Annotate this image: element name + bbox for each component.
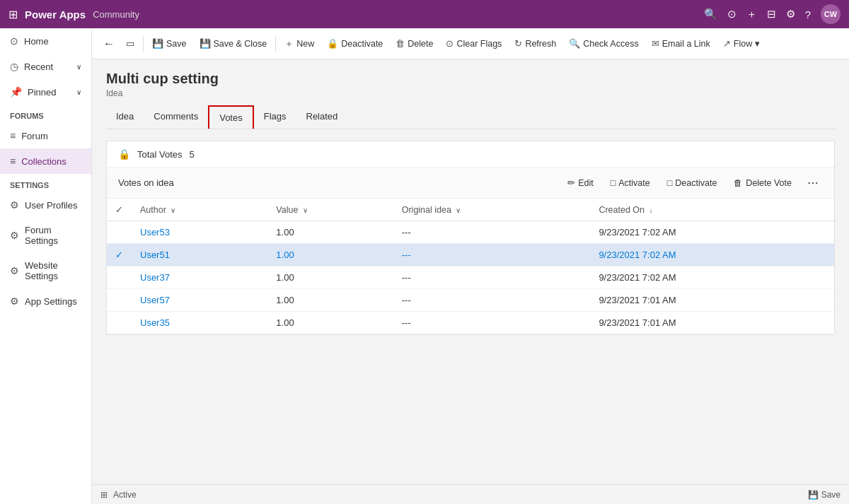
table-row[interactable]: User571.00---9/23/2021 7:01 AM <box>107 289 834 312</box>
row-created-on: 9/23/2021 7:01 AM <box>590 312 834 334</box>
app-settings-icon: ⚙ <box>10 295 19 307</box>
new-label: New <box>296 39 314 49</box>
page-view-button[interactable]: ▭ <box>120 35 140 52</box>
sidebar-item-recent[interactable]: ◷ Recent ∨ <box>0 54 91 79</box>
clear-flags-label: Clear Flags <box>456 39 502 49</box>
tab-votes[interactable]: Votes <box>208 105 254 129</box>
new-icon: ＋ <box>284 37 294 50</box>
row-author[interactable]: User35 <box>132 312 267 334</box>
sidebar-item-home[interactable]: ⊙ Home <box>0 28 91 54</box>
edit-vote-button[interactable]: ✏ Edit <box>562 175 599 191</box>
col-author-label: Author <box>140 205 166 215</box>
total-votes-label: Total Votes <box>137 149 183 160</box>
pin-icon: 📌 <box>10 86 22 98</box>
sidebar-item-collections[interactable]: ≡ Collections <box>0 148 91 174</box>
refresh-button[interactable]: ↻ Refresh <box>509 35 562 52</box>
sidebar-item-user-profiles[interactable]: ⚙ User Profiles <box>0 192 91 218</box>
add-icon[interactable]: ＋ <box>746 8 757 21</box>
new-button[interactable]: ＋ New <box>279 34 320 54</box>
record-type: Idea <box>106 88 835 98</box>
sidebar-app-settings-label: App Settings <box>25 296 77 307</box>
table-row[interactable]: ✓User511.00---9/23/2021 7:02 AM <box>107 244 834 266</box>
table-row[interactable]: User351.00---9/23/2021 7:01 AM <box>107 312 834 334</box>
delete-vote-label: Delete Vote <box>746 178 792 188</box>
sidebar-item-website-settings[interactable]: ⚙ Website Settings <box>0 253 91 288</box>
save-label: Save <box>166 39 187 49</box>
col-original-idea-label: Original idea <box>402 205 451 215</box>
activate-vote-icon: □ <box>611 178 616 188</box>
sidebar-website-settings-label: Website Settings <box>25 260 81 281</box>
collections-icon: ≡ <box>10 156 16 167</box>
sidebar-item-forum-settings[interactable]: ⚙ Forum Settings <box>0 218 91 253</box>
deactivate-vote-label: Deactivate <box>675 178 717 188</box>
votes-on-idea-bar: Votes on idea ✏ Edit □ Activate □ Deacti <box>107 168 834 199</box>
forums-section-header: Forums <box>0 105 91 123</box>
row-author[interactable]: User37 <box>132 266 267 289</box>
email-link-button[interactable]: ✉ Email a Link <box>646 35 716 52</box>
row-author[interactable]: User57 <box>132 289 267 312</box>
avatar[interactable]: CW <box>821 4 841 24</box>
delete-vote-button[interactable]: 🗑 Delete Vote <box>728 175 797 191</box>
row-author[interactable]: User51 <box>132 244 267 266</box>
recent-expand-icon: ∨ <box>76 63 81 71</box>
save-close-button[interactable]: 💾 Save & Close <box>194 35 273 52</box>
help-icon[interactable]: ? <box>805 8 811 20</box>
sidebar-item-pinned[interactable]: 📌 Pinned ∨ <box>0 79 91 105</box>
col-value[interactable]: Value ∨ <box>267 199 393 221</box>
expand-status-icon[interactable]: ⊞ <box>100 490 108 500</box>
sidebar-user-profiles-label: User Profiles <box>25 200 77 211</box>
col-created-on[interactable]: Created On ↓ <box>590 199 834 221</box>
menu-toggle[interactable]: ⊞ <box>8 8 18 21</box>
row-original-idea: --- <box>393 221 591 244</box>
tab-comments[interactable]: Comments <box>144 105 208 129</box>
separator-2 <box>275 36 276 52</box>
back-button[interactable]: ← <box>99 35 119 53</box>
flow-button[interactable]: ↗ Flow ▾ <box>717 35 766 52</box>
sidebar-forum-label: Forum <box>21 131 48 141</box>
tab-flags[interactable]: Flags <box>254 105 296 129</box>
status-bar: ⊞ Active 💾 Save <box>92 484 849 504</box>
top-bar: ⊞ Power Apps Community 🔍 ⊙ ＋ ⊟ ⚙ ? CW <box>0 0 849 28</box>
topbar-right: 🔍 ⊙ ＋ ⊟ ⚙ ? CW <box>704 4 841 24</box>
check-access-label: Check Access <box>583 39 639 49</box>
refresh-icon: ↻ <box>514 38 522 49</box>
more-actions-button[interactable]: ⋯ <box>803 173 823 192</box>
tab-related[interactable]: Related <box>296 105 348 129</box>
row-value: 1.00 <box>267 289 393 312</box>
deactivate-vote-button[interactable]: □ Deactivate <box>662 175 723 191</box>
tab-idea[interactable]: Idea <box>106 105 144 129</box>
sidebar-item-forum[interactable]: ≡ Forum <box>0 123 91 148</box>
row-check-cell <box>107 312 132 334</box>
filter-icon[interactable]: ⊟ <box>767 8 776 20</box>
settings-icon[interactable]: ⚙ <box>786 8 795 20</box>
home-icon: ⊙ <box>10 35 18 47</box>
activate-vote-button[interactable]: □ Activate <box>605 175 656 191</box>
content-area: ← ▭ 💾 Save 💾 Save & Close ＋ New 🔒 Deacti… <box>92 28 849 504</box>
row-check-cell <box>107 266 132 289</box>
save-button[interactable]: 💾 Save <box>146 35 192 52</box>
delete-button[interactable]: 🗑 Delete <box>390 35 439 52</box>
record-title: Multi cup setting <box>106 71 835 87</box>
votes-table: ✓ Author ∨ Value ∨ Original id <box>107 199 834 334</box>
email-link-label: Email a Link <box>662 39 710 49</box>
clear-flags-button[interactable]: ⊙ Clear Flags <box>440 35 507 52</box>
search-icon[interactable]: 🔍 <box>704 8 717 20</box>
row-created-on: 9/23/2021 7:02 AM <box>590 244 834 266</box>
total-votes-value: 5 <box>190 149 195 160</box>
activate-vote-label: Activate <box>618 178 649 188</box>
votes-section: 🔒 Total Votes 5 Votes on idea ✏ Edit □ <box>106 141 835 335</box>
row-value: 1.00 <box>267 221 393 244</box>
favorite-icon[interactable]: ⊙ <box>727 8 737 20</box>
deactivate-icon: 🔒 <box>327 38 338 49</box>
table-row[interactable]: User531.00---9/23/2021 7:02 AM <box>107 221 834 244</box>
sidebar-pinned-label: Pinned <box>28 87 56 98</box>
flow-drop-icon: ▾ <box>755 38 760 49</box>
table-row[interactable]: User371.00---9/23/2021 7:02 AM <box>107 266 834 289</box>
sidebar-item-app-settings[interactable]: ⚙ App Settings <box>0 288 91 314</box>
row-created-on: 9/23/2021 7:02 AM <box>590 221 834 244</box>
row-author[interactable]: User53 <box>132 221 267 244</box>
deactivate-button[interactable]: 🔒 Deactivate <box>321 35 388 52</box>
col-original-idea[interactable]: Original idea ∨ <box>393 199 591 221</box>
col-author[interactable]: Author ∨ <box>132 199 267 221</box>
check-access-button[interactable]: 🔍 Check Access <box>563 35 645 52</box>
